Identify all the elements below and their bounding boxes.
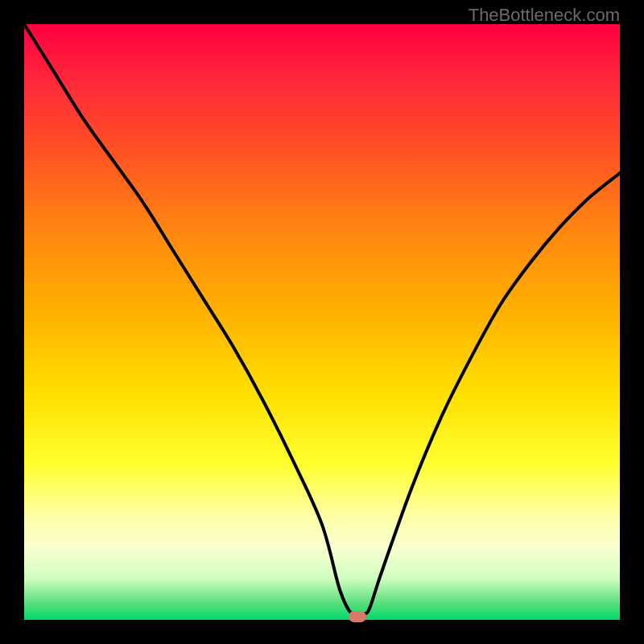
- plot-area: [24, 24, 620, 620]
- watermark-text: TheBottleneck.com: [469, 5, 620, 26]
- curve-path: [24, 24, 620, 616]
- optimal-marker: [349, 611, 366, 622]
- chart-container: TheBottleneck.com: [0, 0, 644, 644]
- curve-svg: [24, 24, 620, 620]
